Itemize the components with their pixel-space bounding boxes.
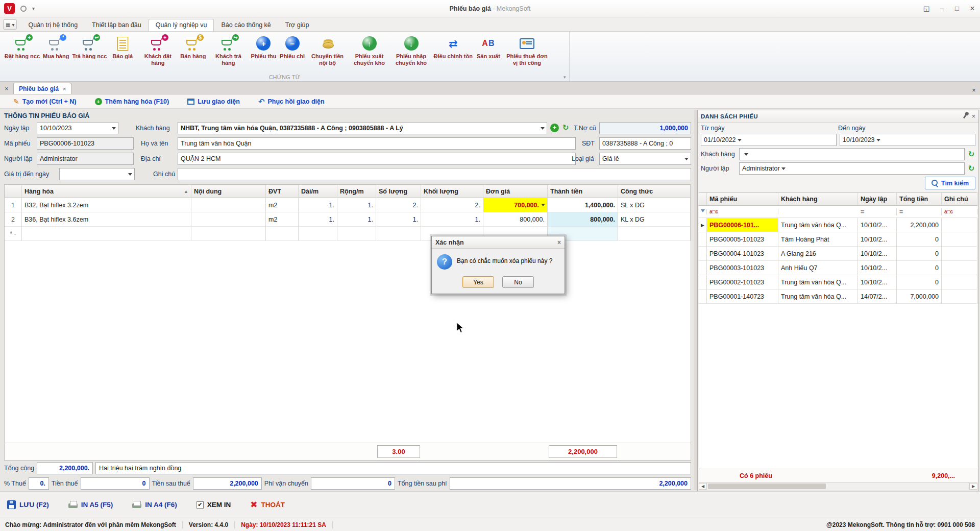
column-header-tong-tien[interactable]: Tổng tiền — [897, 193, 942, 205]
scrollbar-thumb[interactable] — [708, 484, 826, 489]
sdt-field[interactable]: 0387335888 - A Công ; 0 — [599, 137, 691, 150]
ghi-chu-field[interactable] — [178, 168, 691, 180]
column-header-khoi-luong[interactable]: Khối lượng — [421, 185, 483, 198]
column-header-khach-hang[interactable]: Khách hàng — [778, 193, 858, 205]
close-icon[interactable]: × — [968, 87, 980, 94]
app-menu-button[interactable]: ▦ ▾ — [3, 19, 17, 30]
column-header-noi-dung[interactable]: Nội dung — [191, 185, 266, 198]
toolbar-item-phieu-chi[interactable]: − Phiếu chi — [278, 34, 307, 60]
horizontal-scrollbar[interactable]: ◀ ▶ — [699, 482, 977, 490]
column-header-ma-phieu[interactable]: Mã phiếu — [707, 193, 778, 205]
close-icon[interactable]: × — [972, 113, 975, 120]
toolbar-item-khach-dat-hang[interactable]: + Khách đặt hàng — [137, 34, 179, 66]
tab-phieu-bao-gia[interactable]: Phiếu báo giá × — [13, 83, 71, 94]
toolbar-item-chuyen-tien-noi-bo[interactable]: Chuyển tiền nội bộ — [307, 34, 349, 66]
toolbar-item-phieu-nhap-chuyen-kho[interactable]: ↓ Phiếu nhập chuyển kho — [390, 34, 432, 66]
menu-tab-thiet-lap-ban-dau[interactable]: Thiết lập ban đầu — [85, 19, 149, 31]
list-item[interactable]: PBG00004-101023 A Giang 216 10/10/2... 0 — [699, 247, 977, 261]
toolbar-item-san-xuat[interactable]: AB Sản xuất — [474, 34, 503, 60]
column-header-ghi-chu[interactable]: Ghi chú — [942, 193, 977, 205]
den-ngay-field[interactable]: 10/10/2023 — [840, 134, 975, 146]
scroll-left-icon[interactable]: ◀ — [699, 483, 707, 490]
chevron-down-icon[interactable] — [736, 134, 744, 146]
toolbar-item-phieu-thu[interactable]: + Phiếu thu — [249, 34, 278, 60]
nguoi-lap-filter-field[interactable]: Administrator — [739, 162, 965, 175]
chevron-down-icon[interactable] — [538, 123, 546, 134]
list-item[interactable]: PBG00003-101023 Anh Hiếu Q7 10/10/2... 0 — [699, 261, 977, 275]
fullscreen-icon[interactable]: ◱ — [919, 2, 934, 15]
dia-chi-field[interactable]: QUẬN 2 HCM — [178, 153, 576, 165]
ho-va-ten-field[interactable]: Trung tâm văn hóa Quận — [178, 137, 576, 150]
search-button[interactable]: Tìm kiếm — [925, 177, 975, 189]
save-layout-button[interactable]: Lưu giao diện — [187, 98, 240, 105]
column-header-dai[interactable]: Dài/m — [299, 185, 337, 198]
chevron-down-icon[interactable] — [780, 163, 788, 174]
column-header-don-gia[interactable]: Đơn giá — [483, 185, 548, 198]
add-item-button[interactable]: + Thêm hàng hóa (F10) — [95, 98, 169, 105]
print-a4-button[interactable]: IN A4 (F6) — [132, 501, 177, 509]
save-button[interactable]: LƯU (F2) — [7, 500, 49, 509]
toolbar-item-khach-tra-hang[interactable]: ↪ Khách trả hàng — [207, 34, 249, 66]
restore-layout-button[interactable]: ↶ Phục hồi giao diện — [258, 97, 325, 106]
khach-hang-field[interactable]: NHBT, Trung tâm văn hóa Quận, 0387335888… — [178, 122, 547, 134]
menu-tab-bao-cao-thong-ke[interactable]: Báo cáo thống kê — [214, 19, 278, 31]
print-preview-checkbox[interactable]: ✔ XEM IN — [197, 501, 231, 509]
no-button[interactable]: No — [502, 276, 534, 288]
khach-hang-filter-field[interactable] — [739, 148, 965, 160]
dialog-title-bar[interactable]: Xác nhận × — [432, 236, 565, 249]
phi-van-chuyen-field[interactable]: 0 — [311, 477, 395, 490]
toolbar-item-ban-hang[interactable]: $ Bán hàng — [179, 34, 207, 60]
list-item[interactable]: PBG00001-140723 Trung tâm văn hóa Q... 1… — [699, 289, 977, 304]
chevron-down-icon[interactable] — [875, 134, 883, 146]
toolbar-item-phieu-xuat-chuyen-kho[interactable]: ↑ Phiếu xuất chuyển kho — [349, 34, 390, 66]
add-customer-icon[interactable]: + — [550, 124, 559, 132]
list-item[interactable]: ▶ PBG00006-101... Trung tâm văn hóa Q...… — [699, 218, 977, 232]
toolbar-item-dieu-chinh-ton[interactable]: ⇄ Điều chỉnh tồn — [432, 34, 474, 60]
column-header-thanh-tien[interactable]: Thành tiền — [548, 185, 618, 198]
table-row[interactable]: 2 B36, Bạt hiflex 3.6zem m2 1. 1. 1. 1. … — [5, 212, 691, 227]
ngay-lap-field[interactable]: 10/10/2023 — [37, 122, 118, 134]
chevron-down-icon[interactable] — [742, 149, 750, 160]
print-a5-button[interactable]: IN A5 (F5) — [68, 501, 113, 509]
loai-gia-field[interactable]: Giá lẻ — [599, 153, 691, 165]
column-header-ngay-lap[interactable]: Ngày lập — [858, 193, 897, 205]
quick-access-dropdown-icon[interactable]: ▾ — [32, 6, 35, 11]
new-button[interactable]: ✎ Tạo mới (Ctrl + N) — [13, 98, 77, 106]
ma-phieu-field[interactable]: PBG00006-101023 — [37, 137, 134, 150]
chevron-down-icon[interactable] — [126, 168, 134, 180]
thue-field[interactable]: 0. — [29, 477, 49, 490]
toolbar-item-tra-hang-ncc[interactable]: ↩ Trả hàng ncc — [70, 34, 108, 60]
toolbar-item-dat-hang-ncc[interactable]: + Đặt hàng ncc — [3, 34, 41, 60]
column-header-hang-hoa[interactable]: Hàng hóa▲ — [22, 185, 191, 198]
pin-icon[interactable] — [963, 114, 967, 118]
chevron-down-icon[interactable] — [682, 153, 690, 164]
table-row[interactable]: 1 B32, Bạt hiflex 3.2zem m2 1. 1. 2. 2. … — [5, 198, 691, 212]
toolbar-item-bao-gia[interactable]: Báo giá — [108, 34, 137, 60]
selected-cell[interactable]: 700,000. — [483, 198, 548, 212]
menu-tab-quan-ly-nghiep-vu[interactable]: Quản lý nghiệp vụ — [149, 19, 214, 31]
toolbar-item-mua-hang[interactable]: * Mua hàng — [41, 34, 70, 60]
tu-ngay-field[interactable]: 01/10/2022 — [701, 134, 837, 146]
close-tab-icon[interactable]: × — [1, 84, 12, 94]
menu-tab-quan-tri-he-thong[interactable]: Quản trị hệ thống — [21, 19, 85, 31]
yes-button[interactable]: Yes — [462, 276, 494, 288]
refresh-icon[interactable]: ↻ — [967, 150, 975, 159]
checkbox-icon[interactable]: ✔ — [197, 501, 204, 509]
refresh-icon[interactable]: ↻ — [967, 164, 975, 173]
list-filter-row[interactable]: a□c = = a□c — [699, 206, 977, 218]
gia-tri-den-ngay-field[interactable] — [59, 168, 135, 180]
list-item[interactable]: PBG00002-101023 Trung tâm văn hóa Q... 1… — [699, 275, 977, 289]
close-icon[interactable]: × — [965, 2, 980, 15]
close-icon[interactable]: × — [557, 239, 561, 246]
column-header-dvt[interactable]: ĐVT — [266, 185, 299, 198]
new-row[interactable]: * - — [5, 227, 691, 241]
toolbar-item-phieu-thue-don-vi-thi-cong[interactable]: Phiếu thuê đơn vị thi công — [503, 34, 551, 66]
scroll-right-icon[interactable]: ▶ — [969, 483, 977, 490]
refresh-icon[interactable]: ↻ — [562, 123, 569, 132]
minimize-icon[interactable]: – — [934, 2, 949, 15]
menu-tab-tro-giup[interactable]: Trợ giúp — [278, 19, 316, 31]
tien-thue-field[interactable]: 0 — [81, 477, 150, 490]
quick-access-icon[interactable] — [20, 6, 27, 12]
group-collapse-icon[interactable]: ▾ — [564, 75, 566, 80]
exit-button[interactable]: ✖ THOÁT — [250, 499, 285, 510]
